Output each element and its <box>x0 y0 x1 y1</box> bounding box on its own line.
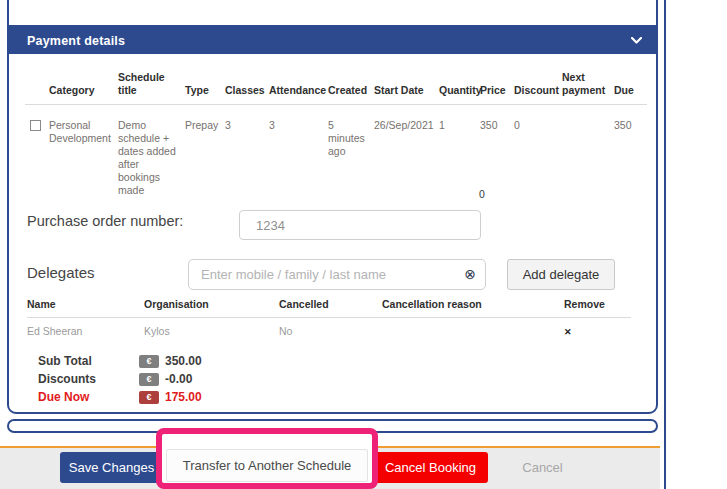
subtotal-label: Sub Total <box>38 354 139 368</box>
discount-total-value: 0 <box>479 188 485 200</box>
purchase-order-input[interactable] <box>239 210 481 240</box>
cell-name: Ed Sheeran <box>27 325 144 339</box>
payment-details-panel: Payment details Category Schedule title … <box>7 25 658 414</box>
euro-badge-icon: € <box>139 355 159 368</box>
due-now-row: Due Now € 175.00 <box>38 390 202 404</box>
row-checkbox[interactable] <box>30 120 41 131</box>
col-discount: Discount <box>514 84 562 97</box>
col-due: Due <box>614 84 647 97</box>
remove-delegate-icon[interactable]: ✕ <box>564 327 572 337</box>
page-right-edge-line <box>664 0 666 489</box>
euro-badge-icon: € <box>139 391 159 404</box>
cell-organisation: Kylos <box>144 325 279 339</box>
col-price: Price <box>480 84 514 97</box>
payment-details-header[interactable]: Payment details <box>9 27 656 54</box>
cell-cancellation-reason <box>382 325 564 339</box>
cancel-booking-button[interactable]: Cancel Booking <box>373 452 488 483</box>
discounts-value: -0.00 <box>165 372 192 386</box>
discounts-label: Discounts <box>38 372 139 386</box>
col-category: Category <box>49 84 118 97</box>
clear-search-icon[interactable]: ⊗ <box>464 266 476 282</box>
save-changes-button[interactable]: Save Changes <box>60 452 163 483</box>
add-delegate-button[interactable]: Add delegate <box>507 259 615 290</box>
subtotal-row: Sub Total € 350.00 <box>38 354 202 368</box>
modal-left-border <box>7 0 9 26</box>
cell-attendance: 3 <box>269 119 328 197</box>
delegate-row: Ed Sheeran Kylos No ✕ <box>27 325 631 339</box>
delegate-search-input[interactable] <box>188 259 486 290</box>
cell-due: 350 <box>614 119 647 197</box>
euro-badge-icon: € <box>139 373 159 386</box>
col-schedule-title: Schedule title <box>118 71 185 97</box>
due-now-label: Due Now <box>38 390 139 404</box>
cell-next-payment <box>562 119 614 197</box>
subtotal-value: 350.00 <box>165 354 202 368</box>
cell-start-date: 26/Sep/2021 <box>374 119 439 197</box>
col-type: Type <box>185 84 225 97</box>
col-cancellation-reason: Cancellation reason <box>382 298 564 311</box>
cell-discount: 0 <box>514 119 562 197</box>
delegate-search-wrap: ⊗ <box>188 259 486 290</box>
cell-quantity: 1 <box>439 119 480 197</box>
due-now-value: 175.00 <box>165 390 202 404</box>
delegates-table-header: Name Organisation Cancelled Cancellation… <box>27 298 631 318</box>
chevron-down-icon[interactable] <box>631 37 642 44</box>
delegates-label: Delegates <box>27 264 95 281</box>
discounts-row: Discounts € -0.00 <box>38 372 192 386</box>
cell-cancelled: No <box>279 325 382 339</box>
col-cancelled: Cancelled <box>279 298 382 311</box>
cell-classes: 3 <box>225 119 269 197</box>
col-attendance: Attendance <box>269 84 328 97</box>
cell-category: Personal Development <box>49 119 118 197</box>
transfer-schedule-button[interactable]: Transfer to Another Schedule <box>166 449 368 482</box>
panel-title: Payment details <box>27 34 125 48</box>
booking-payment-screen: Payment details Category Schedule title … <box>0 0 727 489</box>
col-start-date: Start Date <box>374 84 439 97</box>
col-created: Created <box>328 84 374 97</box>
col-classes: Classes <box>225 84 269 97</box>
cell-created: 5 minutes ago <box>328 119 374 197</box>
cancel-button[interactable]: Cancel <box>500 452 585 483</box>
col-organisation: Organisation <box>144 298 279 311</box>
payment-table-row: Personal Development Demo schedule + dat… <box>25 112 647 197</box>
col-remove: Remove <box>564 298 631 311</box>
col-next-payment: Next payment <box>562 71 614 97</box>
purchase-order-label: Purchase order number: <box>27 213 183 229</box>
cell-type: Prepay <box>185 119 225 197</box>
col-quantity: Quantity <box>439 84 480 97</box>
payment-table-header: Category Schedule title Type Classes Att… <box>25 57 647 105</box>
col-name: Name <box>27 298 144 311</box>
cell-price: 350 <box>480 119 514 197</box>
cell-schedule-title: Demo schedule + dates added after bookin… <box>118 119 185 197</box>
modal-right-border <box>656 0 658 26</box>
